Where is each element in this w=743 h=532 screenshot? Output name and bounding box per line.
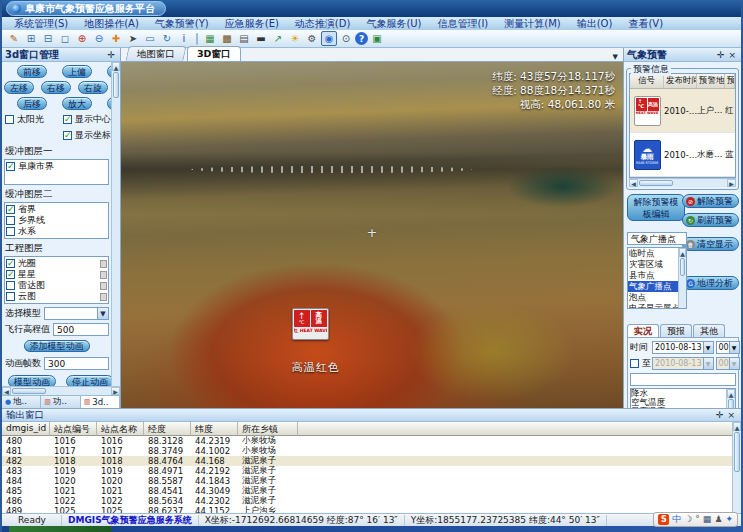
scroll-right-icon[interactable]: ▶ <box>111 387 120 395</box>
table-row[interactable]: 481 1017 1017 88.3749 44.1002 小泉牧场 <box>2 446 732 456</box>
fly-icon[interactable]: ↗ <box>270 31 286 46</box>
wrench-icon[interactable]: ✦ <box>725 513 733 526</box>
scroll-up-icon[interactable]: ▲ <box>112 62 120 71</box>
table-row[interactable]: 486 1022 1022 88.5634 44.2302 滋泥泉子 <box>2 496 732 506</box>
warning-row-rain[interactable]: ☁ 暴雨 RAIN STORM 2010-… 水磨… 蓝 <box>630 133 735 177</box>
eagle-eye-icon[interactable]: ▩ <box>219 31 235 46</box>
stop-anim-button[interactable]: 停止动画 <box>66 375 112 386</box>
zoom-in-icon[interactable]: ⊕ <box>74 31 90 46</box>
layer-mini-button[interactable] <box>100 271 107 279</box>
nav-button[interactable]: 前移 <box>17 65 47 78</box>
table-row[interactable]: 480 1016 1016 88.3128 44.2319 小泉牧场 <box>2 436 732 446</box>
menu-item[interactable]: 查看(V) <box>620 17 671 31</box>
add-model-anim-button[interactable]: 添加模型动画 <box>24 340 90 352</box>
scroll-right-icon[interactable]: ▶ <box>727 179 736 187</box>
to-hour-select[interactable]: 00▼ <box>716 357 740 370</box>
tab-map-window[interactable]: 地图窗口 <box>125 46 186 61</box>
point-type-field[interactable]: 气象广播点 <box>627 232 687 245</box>
nav-button[interactable]: 左移 <box>4 81 34 94</box>
eye-icon[interactable]: ⊙ <box>338 31 354 46</box>
column-header[interactable]: 经度 <box>144 422 191 436</box>
layer-checkbox-item[interactable]: 云图 <box>6 291 107 302</box>
left-panel-vscroll[interactable]: ▲ <box>111 62 120 386</box>
column-header[interactable]: 发布时间 <box>664 74 697 88</box>
refresh-warning-button[interactable]: ↻ 刷新预警 <box>682 213 739 227</box>
tab-3d-window[interactable]: 3D窗口 <box>187 46 241 61</box>
point-type-item[interactable]: 电子显示屏点 <box>628 303 678 309</box>
help-icon[interactable]: ? <box>355 32 368 45</box>
sogou-icon[interactable]: S <box>658 514 669 525</box>
tab-forecast[interactable]: 预报 <box>660 324 692 337</box>
menu-item[interactable]: 气象预警(Y) <box>147 17 217 31</box>
model-anim-button[interactable]: 模型动画 <box>8 375 56 386</box>
menu-item[interactable]: 信息管理(I) <box>430 17 497 31</box>
print-icon[interactable]: ▤ <box>236 31 252 46</box>
column-header[interactable]: 预 <box>725 74 735 88</box>
table-row[interactable]: 483 1019 1019 88.4971 44.2192 滋泥泉子 <box>2 466 732 476</box>
frame-count-input[interactable]: 300 <box>44 357 109 370</box>
chinese-mode-icon[interactable]: 中 <box>672 513 681 526</box>
menu-item[interactable]: 地图操作(A) <box>76 17 147 31</box>
flight-height-input[interactable]: 500 <box>53 323 109 336</box>
pin-icon[interactable]: ✛ <box>105 50 117 60</box>
clear-display-button[interactable]: 🗑 清空显示 <box>682 237 739 251</box>
nav-button[interactable]: 放大 <box>62 97 92 110</box>
lamp-icon[interactable]: ☀ <box>287 31 303 46</box>
chevron-down-icon[interactable]: ▼ <box>703 342 713 353</box>
menu-item[interactable]: 测量计算(M) <box>496 17 568 31</box>
chevron-down-icon[interactable]: ▼ <box>97 308 108 319</box>
avatar-icon[interactable]: ♟ <box>714 513 722 526</box>
terrain-3d-view[interactable]: 纬度: 43度57分18.117秒 经度: 88度18分14.371秒 视高: … <box>121 62 623 408</box>
column-header[interactable]: 所在乡镇 <box>238 422 298 436</box>
punctuation-icon[interactable]: ° <box>695 513 700 526</box>
point-type-item[interactable]: 灾害区域 <box>628 259 678 270</box>
export-icon[interactable]: ▣ <box>369 31 385 46</box>
chevron-down-icon[interactable]: ▼ <box>729 342 739 353</box>
point-type-item[interactable]: 临时点 <box>628 248 678 259</box>
scroll-up-icon[interactable]: ▲ <box>733 422 741 431</box>
pin-icon[interactable]: ✛ <box>714 410 726 420</box>
layer-checkbox-item[interactable]: 水系 <box>6 226 107 237</box>
edit-remove-template-button[interactable]: 解除预警模板编辑 <box>627 194 685 221</box>
sunlight-checkbox[interactable]: 太阳光 <box>5 113 63 126</box>
hour-select[interactable]: 00▼ <box>716 341 740 354</box>
tab-map-window[interactable]: ●地.. <box>2 396 41 408</box>
scroll-up-icon[interactable]: ▲ <box>679 248 686 257</box>
zoom-select-icon[interactable]: ◻ <box>57 31 73 46</box>
point-type-item[interactable]: 县市点 <box>628 270 678 281</box>
menu-item[interactable]: 系统管理(S) <box>6 17 76 31</box>
warning-table-hscroll[interactable]: ◀ ▶ <box>629 178 736 187</box>
nav-button[interactable]: 上偏 <box>62 65 92 78</box>
layer-mini-button[interactable] <box>100 282 107 290</box>
nav-button[interactable]: 后移 <box>17 97 47 110</box>
warning-row-heat[interactable]: ↑℃高温 HEAT WAVE 2010-… 上户… 红 <box>630 89 735 133</box>
date-select[interactable]: 2010-08-13▼ <box>652 341 714 354</box>
heat-wave-marker-icon[interactable]: ↑℃ 高温 红 HEAT WAVE <box>292 308 329 340</box>
remove-warning-button[interactable]: ⊘ 解除预警 <box>682 194 739 208</box>
to-date-select[interactable]: 2010-08-13▼ <box>652 357 714 370</box>
scroll-up-icon[interactable]: ▲ <box>727 389 735 398</box>
left-panel-hscroll[interactable]: ◀ ▶ <box>2 386 120 395</box>
column-header[interactable]: 信号 <box>630 74 664 88</box>
scroll-left-icon[interactable]: ◀ <box>2 387 11 395</box>
column-header[interactable]: 纬度 <box>191 422 238 436</box>
table-row[interactable]: 485 1021 1021 88.4541 44.3049 滋泥泉子 <box>2 486 732 496</box>
select-box-icon[interactable]: ▭ <box>142 31 158 46</box>
identify-icon[interactable]: i <box>176 31 192 46</box>
select-arrow-icon[interactable]: ➤ <box>125 31 141 46</box>
zoom-out-icon[interactable]: ⊖ <box>91 31 107 46</box>
column-header[interactable] <box>298 422 732 436</box>
point-type-item[interactable]: 泡点 <box>628 292 678 303</box>
layer-mini-button[interactable] <box>100 260 107 268</box>
tab-list-dropdown-icon[interactable]: ▼ <box>613 53 618 61</box>
menu-item[interactable]: 气象服务(U) <box>358 17 429 31</box>
tab-functions[interactable]: ▥功.. <box>41 396 80 408</box>
point-type-item[interactable]: 气象广播点 <box>628 281 678 292</box>
tab-3d-manage[interactable]: ▥3d.. <box>81 396 120 408</box>
model-select[interactable]: ▼ <box>44 307 109 320</box>
menu-item[interactable]: 应急服务(E) <box>217 17 287 31</box>
point-list-vscroll[interactable]: ▲ <box>678 248 686 308</box>
geo-analysis-button[interactable]: G 地理分析 <box>682 276 739 290</box>
nav-button[interactable]: 右移 <box>41 81 71 94</box>
show-center-checkbox[interactable]: 显示中心 <box>63 113 111 126</box>
